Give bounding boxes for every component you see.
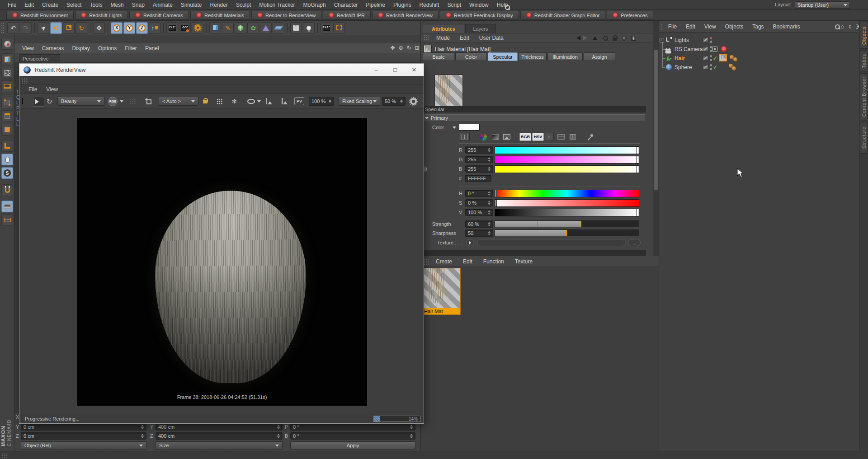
- strip-grip[interactable]: [2, 453, 7, 458]
- renderview-settings-gear-icon[interactable]: [410, 98, 417, 105]
- maximize-button[interactable]: □: [387, 64, 404, 75]
- menu-simulate[interactable]: Simulate: [177, 2, 206, 8]
- render-canvas[interactable]: Frame 38: 2018-06-26 04:24:52 (51.31s): [19, 108, 424, 414]
- rotation-b-field[interactable]: 0 °: [290, 432, 415, 440]
- shader-tab-specular[interactable]: Specular: [488, 52, 518, 61]
- move-tool[interactable]: ✥: [50, 22, 62, 34]
- s-value-field[interactable]: 0 %: [465, 199, 493, 206]
- v-value-field[interactable]: 100 %: [465, 209, 493, 216]
- menu-mograph[interactable]: MoGraph: [299, 2, 330, 8]
- editor-visibility-dot[interactable]: [710, 46, 712, 48]
- home-icon[interactable]: ⌂: [841, 23, 844, 30]
- lock-z-axis-button[interactable]: Z: [136, 22, 148, 34]
- texture-mode-button[interactable]: [1, 67, 13, 79]
- viewport-toggle-icon[interactable]: ⊞: [413, 45, 421, 52]
- panel-grip[interactable]: [22, 77, 28, 84]
- crop-icon[interactable]: [145, 98, 151, 104]
- render-visibility-dot[interactable]: [710, 59, 712, 61]
- h-slider[interactable]: [495, 190, 639, 197]
- g-value-field[interactable]: 255: [465, 156, 493, 163]
- tab-layers[interactable]: Layers: [465, 24, 496, 33]
- history-forward-icon[interactable]: [583, 36, 587, 40]
- color-wheel-button[interactable]: [478, 133, 489, 141]
- h-value-field[interactable]: 0 °: [465, 190, 493, 197]
- kelvin-mode-button[interactable]: K: [545, 133, 554, 141]
- v-slider[interactable]: [495, 209, 639, 216]
- shader-tab-thickness[interactable]: Thickness: [519, 52, 547, 61]
- viewport-tab-perspective[interactable]: Perspective: [19, 54, 60, 62]
- snapshot-image-icon[interactable]: [266, 98, 267, 104]
- strength-value-field[interactable]: 60 %: [465, 220, 493, 228]
- panel-grip[interactable]: [661, 23, 663, 30]
- image-picker-button[interactable]: [501, 133, 512, 141]
- expand-icon[interactable]: +: [660, 38, 664, 42]
- render-visibility-dot[interactable]: [710, 50, 712, 52]
- magnet-snap-button[interactable]: [1, 184, 13, 196]
- scrollbar-thumb[interactable]: [654, 50, 658, 190]
- redshift-renderview-button[interactable]: Redshift RenderView: [372, 11, 439, 20]
- h-slider-marker[interactable]: [495, 190, 497, 197]
- attributes-scrollbar[interactable]: [653, 21, 659, 256]
- texture-tag-selected[interactable]: [719, 54, 727, 61]
- editor-visibility-dot[interactable]: [710, 37, 712, 39]
- scaling-mode-dropdown[interactable]: Fixed Scaling: [339, 97, 380, 106]
- minimize-button[interactable]: –: [368, 64, 385, 75]
- swatches-button[interactable]: [567, 133, 578, 141]
- size-y-field[interactable]: 400 cm: [156, 423, 283, 431]
- play-button[interactable]: [33, 97, 44, 107]
- add-icon[interactable]: [631, 36, 636, 41]
- layer-color-chip[interactable]: [703, 47, 709, 51]
- layer-color-chip[interactable]: [703, 38, 709, 42]
- rs-camera-tag-icon[interactable]: [721, 46, 727, 52]
- objects-menu-bookmarks[interactable]: Bookmarks: [769, 23, 805, 30]
- viewport-menu-view[interactable]: View: [18, 45, 38, 52]
- menu-character[interactable]: Character: [330, 2, 362, 8]
- workplane-mode-button[interactable]: [1, 80, 13, 92]
- edges-mode-button[interactable]: [1, 110, 13, 122]
- render-start-icon[interactable]: [22, 98, 23, 104]
- shader-tab-basic[interactable]: Basic: [423, 52, 454, 61]
- rotate-tool[interactable]: ↻: [75, 22, 87, 34]
- floor-button[interactable]: [273, 22, 284, 34]
- lock-x-axis-button[interactable]: X: [111, 22, 123, 34]
- renderview-menu-file[interactable]: File: [24, 86, 42, 93]
- close-button[interactable]: ✕: [406, 64, 423, 75]
- object-row-rs-camera[interactable]: RS Camera: [659, 45, 858, 54]
- rotation-p-field[interactable]: 0 °: [290, 423, 415, 431]
- materials-menu-edit[interactable]: Edit: [458, 258, 478, 265]
- strength-slider[interactable]: [495, 220, 639, 227]
- object-name[interactable]: RS Camera: [675, 46, 703, 52]
- objects-menu-edit[interactable]: Edit: [681, 23, 700, 30]
- snapshot-dropdown[interactable]: < Auto >: [159, 97, 198, 106]
- shader-tab-illumination[interactable]: Illumination: [547, 52, 583, 61]
- editor-visibility-dot[interactable]: [710, 64, 712, 66]
- redshift-cameras-button[interactable]: Redshift Cameras: [129, 11, 189, 20]
- search-icon[interactable]: [505, 5, 510, 10]
- sharpness-slider[interactable]: [495, 230, 639, 236]
- hair-tag-icon[interactable]: [733, 57, 737, 61]
- subdivision-surface-button[interactable]: [235, 22, 246, 34]
- objects-menu-tags[interactable]: Tags: [748, 23, 768, 30]
- editor-visibility-dot[interactable]: [710, 55, 712, 57]
- polygons-mode-button[interactable]: [1, 124, 13, 136]
- zoom-percent-field[interactable]: 100 %: [309, 97, 334, 106]
- materials-menu-function[interactable]: Function: [478, 258, 509, 265]
- redshift-ipr-button[interactable]: Redshift IPR: [323, 11, 371, 20]
- scale-tool[interactable]: [63, 22, 75, 34]
- object-row-sphere[interactable]: Sphere ✓: [659, 63, 858, 72]
- search-icon[interactable]: [603, 35, 608, 41]
- layout-dropdown[interactable]: Startup (User): [795, 1, 850, 9]
- color-swatch[interactable]: [459, 124, 480, 131]
- section-header-specular[interactable]: Specular: [422, 106, 646, 112]
- volume-button[interactable]: [260, 22, 272, 34]
- sharpness-value-field[interactable]: 50: [465, 230, 493, 237]
- b-value-field[interactable]: 255: [465, 165, 493, 173]
- preferences-button[interactable]: Preferences: [607, 11, 653, 20]
- convert-button[interactable]: [1, 38, 13, 50]
- attributes-menu-user-data[interactable]: User Data: [474, 35, 509, 41]
- render-visibility-dot[interactable]: [710, 41, 712, 43]
- size-z-field[interactable]: 400 cm: [156, 432, 283, 440]
- viewport-pan-icon[interactable]: ✥: [389, 45, 396, 52]
- window-titlebar[interactable]: Redshift RenderView – □ ✕: [19, 64, 424, 76]
- s-slider-marker[interactable]: [495, 199, 497, 207]
